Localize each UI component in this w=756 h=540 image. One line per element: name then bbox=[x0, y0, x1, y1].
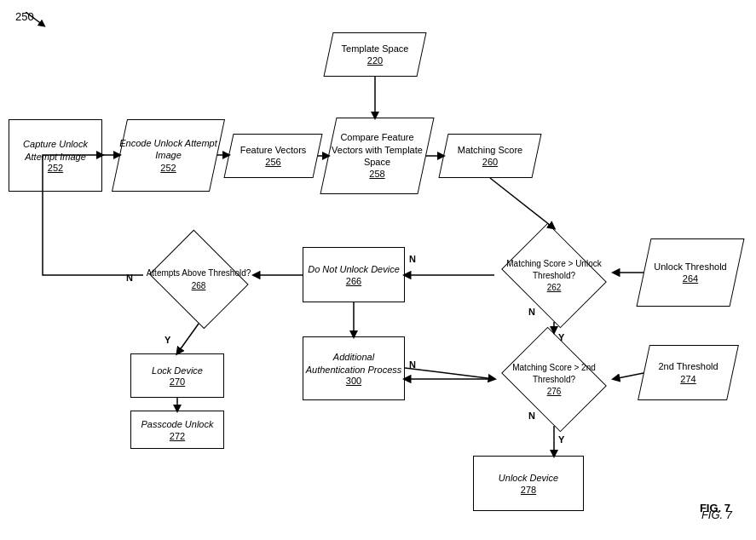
unlock-threshold-box: Unlock Threshold 264 bbox=[643, 238, 737, 307]
capture-box: Capture Unlock Attempt Image 252 bbox=[9, 119, 102, 192]
compare-box: Compare Feature Vectors with Template Sp… bbox=[328, 118, 426, 194]
lock-device-box: Lock Device 270 bbox=[130, 353, 224, 398]
matching-score-q-box: Matching Score > Unlock Threshold? 262 bbox=[494, 228, 614, 322]
additional-auth-box: Additional Authentication Process 300 bbox=[303, 336, 405, 400]
matching-score-2nd-box: Matching Score > 2nd Threshold? 276 bbox=[494, 332, 614, 426]
svg-line-11 bbox=[177, 324, 199, 353]
unlock-device-box: Unlock Device 278 bbox=[473, 456, 584, 511]
second-threshold-box: 2nd Threshold 274 bbox=[643, 345, 733, 400]
encode-box: Encode Unlock Attempt Image 252 bbox=[119, 119, 217, 192]
arrow-label-y-down: Y bbox=[164, 335, 170, 345]
feature-vectors-box: Feature Vectors 256 bbox=[228, 134, 318, 178]
passcode-unlock-box: Passcode Unlock 272 bbox=[130, 411, 224, 449]
svg-line-6 bbox=[490, 178, 554, 228]
attempts-above-label: Attempts Above Threshold? 268 bbox=[147, 267, 251, 291]
matching-score-box: Matching Score 260 bbox=[443, 134, 537, 178]
arrow-label-n-right2: N bbox=[528, 411, 535, 421]
svg-line-14 bbox=[614, 373, 643, 379]
diagram-arrow-icon bbox=[26, 12, 51, 29]
template-space: Template Space 220 bbox=[328, 32, 422, 77]
additional-auth-label: Additional Authentication Process 300 bbox=[303, 351, 404, 386]
template-space-label: Template Space 220 bbox=[342, 43, 409, 67]
matching-score-label: Matching Score 260 bbox=[458, 144, 522, 169]
arrow-label-n2: N bbox=[409, 254, 416, 264]
second-threshold-label: 2nd Threshold 274 bbox=[658, 360, 718, 385]
do-not-unlock-box: Do Not Unlock Device 266 bbox=[303, 247, 405, 302]
arrow-label-n3: N bbox=[409, 359, 416, 370]
compare-label: Compare Feature Vectors with Template Sp… bbox=[328, 131, 426, 180]
do-not-unlock-label: Do Not Unlock Device 266 bbox=[308, 263, 400, 285]
svg-line-0 bbox=[26, 12, 43, 25]
attempts-above-box: Attempts Above Threshold? 268 bbox=[143, 234, 254, 324]
unlock-device-label: Unlock Device 278 bbox=[499, 472, 558, 494]
capture-label: Capture Unlock Attempt Image 252 bbox=[9, 138, 101, 173]
feature-vectors-label: Feature Vectors 256 bbox=[240, 144, 307, 169]
passcode-unlock-label: Passcode Unlock 272 bbox=[141, 418, 214, 440]
svg-line-17 bbox=[405, 368, 494, 379]
encode-label: Encode Unlock Attempt Image 252 bbox=[119, 137, 217, 174]
matching-score-q-label: Matching Score > Unlock Threshold? 262 bbox=[494, 257, 614, 294]
matching-score-2nd-label: Matching Score > 2nd Threshold? 276 bbox=[494, 361, 614, 398]
arrow-label-n-right: N bbox=[528, 307, 535, 317]
arrow-label-n1: N bbox=[126, 273, 133, 283]
fig-7-label: FIG. 7 bbox=[701, 508, 732, 521]
lock-device-label: Lock Device 270 bbox=[152, 365, 203, 387]
arrow-label-y2: Y bbox=[558, 434, 564, 445]
arrow-label-y1: Y bbox=[558, 332, 564, 342]
unlock-threshold-label: Unlock Threshold 264 bbox=[654, 261, 726, 285]
